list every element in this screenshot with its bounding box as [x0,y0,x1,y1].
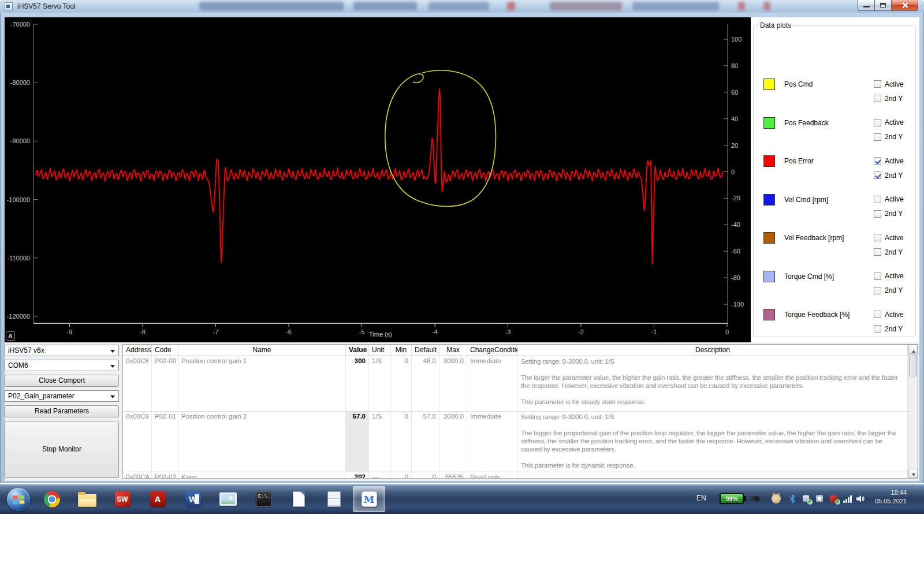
taskbar-photo-viewer-button[interactable] [212,486,244,512]
titlebar[interactable]: iHSV57 Servo Tool [0,0,924,13]
solidworks-status-icon[interactable] [829,494,839,503]
column-header-changecondition[interactable]: ChangeCondition [467,345,518,356]
close-comport-button[interactable]: Close Comport [5,375,119,387]
solidworks-icon: SW [115,491,131,507]
taskbar-word-button[interactable]: W [177,486,209,512]
second-y-checkbox-torque-cmd[interactable] [874,287,881,294]
active-checkbox-torque-cmd[interactable] [874,272,881,280]
svg-text:-20: -20 [731,195,740,201]
second-y-checkbox-torque-feedback[interactable] [874,325,881,333]
series-label: Vel Feedback [rpm] [784,234,844,242]
minimize-button[interactable] [858,0,875,11]
svg-text:-120000: -120000 [7,313,30,320]
pet-tray-icon[interactable] [772,494,781,503]
folder-icon [78,494,96,507]
close-icon [901,2,908,9]
read-parameters-button[interactable]: Read Parameters [5,405,119,417]
cell-address: 0x00C8 [123,356,152,411]
parameter-group-dropdown[interactable]: P02_Gain_parameter [5,390,119,402]
cell-unit: --- [369,472,391,479]
network-signal-icon[interactable] [843,494,852,503]
cell-address: 0x00C9 [123,412,152,472]
bluetooth-icon[interactable] [788,494,797,503]
autoscale-button[interactable]: A [6,331,15,341]
column-header-unit[interactable]: Unit [369,345,391,356]
cell-name: Keep [178,472,346,479]
active-checkbox-vel-cmd-rpm[interactable] [874,196,881,203]
app-window: iHSV57 Servo Tool -70000-80000-90000-100… [0,0,924,483]
cell-address: 0x00CA [123,472,152,479]
taskbar-cmd-button[interactable]: C:\_ [247,486,280,512]
language-indicator[interactable]: EN [696,494,706,502]
active-checkbox-pos-cmd[interactable] [874,80,881,88]
stop-monitor-button[interactable]: Stop Monitor [5,421,119,478]
svg-text:-2: -2 [578,328,584,335]
table-row-p02-00[interactable]: 0x00C8P02-00Position control gain 13001/… [123,356,908,412]
table-row-p02-02[interactable]: 0x00CAP02-02Keep202---0065535Read only--… [123,472,908,479]
cell-unit: 1/S [369,356,391,411]
power-plug-icon[interactable] [751,495,761,502]
second-y-checkbox-pos-feedback[interactable] [874,133,881,141]
scroll-down-icon[interactable] [908,469,918,478]
active-checkbox-pos-error[interactable] [874,157,881,165]
svg-text:-5: -5 [359,328,365,335]
column-header-name[interactable]: Name [178,345,346,356]
taskbar-notepad-button[interactable] [318,486,350,512]
safely-remove-hardware-icon[interactable] [815,494,825,503]
cell-description: Setting range: 0-3000.0, unit: 1/S The b… [518,412,908,472]
column-header-description[interactable]: Description [518,345,908,356]
battery-indicator[interactable]: 99% [720,493,746,504]
taskbar-servo-tool-button[interactable]: M [353,486,385,512]
clock[interactable]: 18:44 05.05.2021 [865,488,907,506]
series-color-swatch [763,271,775,282]
column-header-max[interactable]: Max [439,345,467,356]
cell-value[interactable]: 57.0 [346,412,369,472]
taskbar-chrome-button[interactable] [36,486,68,512]
cell-description: --- [518,472,908,479]
scope-plot-canvas: -70000-80000-90000-100000-110000-1200001… [5,17,751,342]
svg-text:-3: -3 [505,328,511,335]
table-row-p02-01[interactable]: 0x00C9P02-01Position control gain 257.01… [123,412,908,472]
column-header-value[interactable]: Value [346,345,369,356]
second-y-checkbox-vel-feedback-rpm[interactable] [874,248,881,256]
svg-text:0: 0 [731,169,735,176]
active-checkbox-torque-feedback[interactable] [874,311,881,318]
taskbar-solidworks-button[interactable]: SW [106,486,139,512]
usb-device-icon[interactable] [802,494,811,503]
scrollbar-thumb[interactable] [909,354,917,376]
taskbar-document-button[interactable] [282,486,315,512]
maximize-icon [880,3,886,8]
desktop: iHSV57 Servo Tool -70000-80000-90000-100… [0,0,924,575]
svg-text:100: 100 [731,36,742,43]
legend-row-vel-feedback-rpm: Vel Feedback [rpm]Active2nd Y [763,232,911,264]
legend-row-pos-feedback: Pos FeedbackActive2nd Y [763,117,911,150]
active-checkbox-vel-feedback-rpm[interactable] [874,234,881,241]
cell-value[interactable]: 202 [346,472,369,479]
com-port-dropdown[interactable]: COM6 [5,360,119,371]
minimize-icon [863,6,870,8]
close-button[interactable] [892,0,918,11]
cell-value[interactable]: 300 [346,356,369,411]
taskbar-acrobat-button[interactable]: A [141,486,174,512]
second-y-checkbox-vel-cmd-rpm[interactable] [874,210,881,218]
table-scrollbar[interactable] [908,345,918,478]
taskbar-explorer-button[interactable] [71,486,103,512]
word-icon: W [185,491,201,507]
start-button[interactable] [2,486,35,512]
bottom-panel: iHSV57 v6x COM6 Close Comport P02_Gain_p… [5,342,919,481]
maximize-button[interactable] [875,0,892,11]
volume-icon[interactable] [856,494,865,503]
checkbox-label: Active [885,118,904,126]
column-header-address[interactable]: Address [123,345,152,356]
column-header-default[interactable]: Default [412,345,439,356]
second-y-checkbox-pos-error[interactable] [874,171,881,179]
data-plots-panel: Data plots Pos CmdActive2nd YPos Feedbac… [751,17,919,342]
column-header-code[interactable]: Code [152,345,178,356]
scroll-up-icon[interactable] [908,345,918,354]
checkbox-label: 2nd Y [885,133,903,141]
active-checkbox-pos-feedback[interactable] [874,119,881,126]
second-y-checkbox-pos-cmd[interactable] [874,95,881,102]
device-dropdown[interactable]: iHSV57 v6x [5,345,119,356]
app-icon[interactable] [5,2,13,10]
column-header-min[interactable]: Min [391,345,412,356]
